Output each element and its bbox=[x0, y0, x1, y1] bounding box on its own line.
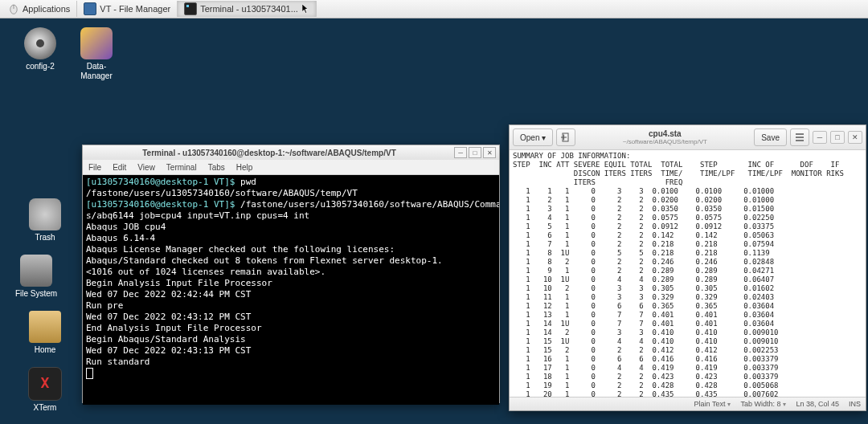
new-doc-icon bbox=[561, 132, 571, 142]
icon-label: Trash bbox=[23, 233, 68, 243]
statusbar: Plain Text▾ Tab Width: 8▾ Ln 38, Col 45 … bbox=[510, 397, 866, 410]
texteditor-body[interactable]: SUMMARY OF JOB INFORMATION: STEP INC ATT… bbox=[510, 150, 866, 397]
desktop-icon-fs[interactable]: File System bbox=[14, 255, 59, 299]
menu-file[interactable]: File bbox=[83, 163, 107, 172]
menu-view[interactable]: View bbox=[132, 163, 161, 172]
taskbar-item-label: VT - File Manager bbox=[100, 4, 170, 14]
menu-terminal[interactable]: Terminal bbox=[161, 163, 203, 172]
xterm-icon bbox=[28, 367, 62, 401]
file-title: cpu4.sta bbox=[579, 129, 751, 138]
open-button[interactable]: Open▾ bbox=[513, 128, 553, 146]
config-icon bbox=[24, 27, 56, 59]
menu-help[interactable]: Help bbox=[231, 163, 259, 172]
terminal-body[interactable]: [u13057340160@desktop-1 VT]$ pwd /faston… bbox=[83, 175, 499, 405]
minimize-button[interactable]: ─ bbox=[454, 147, 467, 158]
texteditor-headerbar[interactable]: Open▾ cpu4.sta ~/software/ABAQUS/temp/VT… bbox=[510, 125, 866, 150]
window-title: Terminal - u13057340160@desktop-1:~/soft… bbox=[86, 149, 452, 157]
icon-label: XTerm bbox=[23, 403, 68, 413]
terminal-icon bbox=[184, 2, 197, 15]
data-mgr-icon bbox=[80, 27, 113, 59]
cursor-icon bbox=[301, 3, 309, 15]
desktop-icon-home[interactable]: Home bbox=[23, 311, 68, 355]
menu-button[interactable] bbox=[790, 128, 809, 146]
desktop-icon-xterm[interactable]: XTerm bbox=[23, 367, 68, 413]
menu-tabs[interactable]: Tabs bbox=[203, 163, 231, 172]
desktop-icon-data-mgr[interactable]: Data-Manager bbox=[74, 27, 119, 81]
texteditor-window: Open▾ cpu4.sta ~/software/ABAQUS/temp/VT… bbox=[509, 124, 866, 411]
chevron-down-icon: ▾ bbox=[727, 401, 731, 408]
mouse-icon bbox=[8, 3, 19, 14]
taskbar-item-label: Terminal - u130573401... bbox=[200, 4, 298, 14]
close-button[interactable]: ✕ bbox=[848, 131, 862, 144]
maximize-button[interactable]: □ bbox=[469, 147, 481, 158]
desktop-icon-config[interactable]: config-2 bbox=[18, 27, 63, 71]
minimize-button[interactable]: ─ bbox=[813, 131, 827, 144]
chevron-down-icon: ▾ bbox=[783, 401, 786, 408]
icon-label: File System bbox=[14, 289, 59, 299]
applications-label: Applications bbox=[23, 4, 70, 14]
desktop-icon-trash[interactable]: Trash bbox=[23, 198, 68, 243]
icon-label: Data-Manager bbox=[74, 62, 119, 81]
tabwidth-selector[interactable]: Tab Width: 8▾ bbox=[740, 400, 786, 408]
hamburger-icon bbox=[795, 133, 805, 141]
window-icon bbox=[84, 2, 96, 15]
applications-menu[interactable]: Applications bbox=[0, 1, 77, 17]
home-icon bbox=[29, 311, 61, 343]
menu-edit[interactable]: Edit bbox=[107, 163, 132, 172]
trash-icon bbox=[29, 198, 61, 230]
syntax-selector[interactable]: Plain Text▾ bbox=[694, 400, 731, 408]
window-titlebar[interactable]: Terminal - u13057340160@desktop-1:~/soft… bbox=[83, 145, 499, 160]
close-button[interactable]: ✕ bbox=[483, 147, 496, 158]
insert-mode: INS bbox=[849, 400, 861, 408]
terminal-menubar: FileEditViewTerminalTabsHelp bbox=[83, 160, 499, 175]
icon-label: config-2 bbox=[18, 62, 63, 71]
maximize-button[interactable]: □ bbox=[830, 131, 845, 144]
terminal-window: Terminal - u13057340160@desktop-1:~/soft… bbox=[82, 145, 500, 403]
new-tab-button[interactable] bbox=[556, 128, 575, 146]
file-subtitle: ~/software/ABAQUS/temp/VT bbox=[579, 138, 751, 145]
taskbar-item-filemanager[interactable]: VT - File Manager bbox=[77, 1, 178, 17]
taskbar-item-terminal[interactable]: Terminal - u130573401... bbox=[178, 1, 317, 17]
chevron-down-icon: ▾ bbox=[542, 133, 546, 142]
fs-icon bbox=[20, 255, 52, 287]
save-button[interactable]: Save bbox=[754, 128, 787, 146]
cursor-position: Ln 38, Col 45 bbox=[796, 400, 839, 408]
taskbar: Applications VT - File Manager Terminal … bbox=[0, 0, 868, 18]
terminal-cursor bbox=[86, 368, 93, 379]
icon-label: Home bbox=[23, 345, 68, 355]
